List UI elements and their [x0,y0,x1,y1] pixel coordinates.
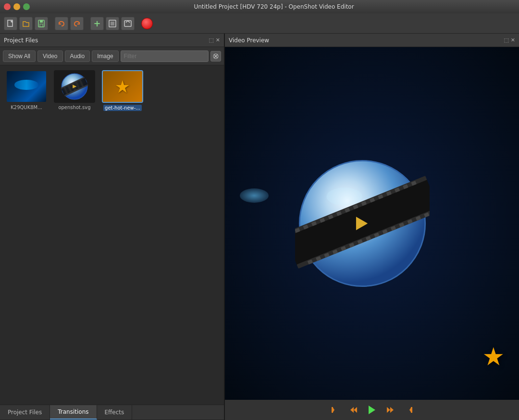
rewind-button[interactable] [347,403,360,417]
bottom-tabs: Project Files Transitions Effects [0,405,224,420]
video-preview-header: Video Preview ⬚ ✕ [225,34,519,47]
svg-rect-62 [411,407,412,413]
preview-logo-icon [295,156,430,291]
play-button[interactable] [365,403,379,417]
tab-effects[interactable]: Effects [97,405,133,420]
file-item-video[interactable]: K29QUK8M... [5,70,48,110]
right-panel: Video Preview ⬚ ✕ [225,34,519,420]
preview-ball [295,156,430,291]
filter-clear-button[interactable] [210,51,221,62]
svg-rect-2 [40,20,43,23]
panel-close-icon[interactable]: ✕ [216,37,220,43]
preview-glow [240,188,269,203]
file-thumb-video [6,70,47,103]
image-tab[interactable]: Image [92,50,118,62]
file-item-star[interactable]: ★ get-hot-new-... [101,70,144,111]
vp-pin-icon[interactable]: ⬚ [504,37,508,43]
file-name-svg: openshot.svg [58,105,90,110]
jump-end-button[interactable] [402,403,415,417]
maximize-button[interactable] [23,3,30,10]
show-all-tab[interactable]: Show All [3,50,36,62]
main-toolbar: + [0,13,519,34]
vp-close-icon[interactable]: ✕ [511,37,515,43]
main-area: Project Files ⬚ ✕ Show All Video Audio I… [0,34,519,420]
video-thumbnail [7,70,46,103]
file-name-star: get-hot-new-... [103,105,142,111]
tab-transitions[interactable]: Transitions [50,405,97,420]
import-button[interactable] [106,17,119,30]
minimize-button[interactable] [13,3,20,10]
file-thumb-svg [54,70,95,103]
svg-rect-5 [111,22,114,25]
export-button[interactable] [121,17,135,30]
video-tab[interactable]: Video [37,50,62,62]
panel-pin-icon[interactable]: ⬚ [209,37,213,43]
file-item-svg[interactable]: openshot.svg [53,70,96,110]
svg-rect-3 [40,24,43,27]
svg-marker-59 [387,407,390,413]
tab-project-files[interactable]: Project Files [0,405,50,420]
jump-start-button[interactable] [329,403,342,417]
openshot-logo-icon [59,71,90,102]
fast-forward-button[interactable] [383,403,397,417]
svg-rect-55 [332,407,333,413]
svg-marker-60 [390,407,394,413]
svg-marker-58 [369,406,375,414]
star-thumbnail: ★ [103,70,142,103]
preview-canvas: ★ [225,47,519,400]
save-button[interactable] [35,17,48,30]
redo-button[interactable] [70,17,84,30]
svg-marker-57 [354,407,357,413]
new-button[interactable] [4,17,17,30]
playback-controls [225,400,519,420]
add-media-button[interactable]: + [90,17,104,30]
project-files-content: K29QUK8M... [0,65,224,405]
file-name-video: K29QUK8M... [11,105,42,110]
window-title: Untitled Project [HDV 720 24p] - OpenSho… [33,3,515,10]
close-button[interactable] [4,3,11,10]
vp-panel-controls: ⬚ ✕ [504,37,515,43]
svg-point-53 [326,187,362,205]
svg-marker-56 [350,407,354,413]
audio-tab[interactable]: Audio [65,50,90,62]
project-files-header: Project Files ⬚ ✕ [0,34,224,47]
project-files-title: Project Files [4,37,38,44]
record-button[interactable] [141,18,153,29]
panel-controls: ⬚ ✕ [209,37,220,43]
filter-input[interactable] [121,50,209,62]
svg-rect-6 [124,21,131,26]
titlebar: Untitled Project [HDV 720 24p] - OpenSho… [0,0,519,13]
project-files-toolbar: Show All Video Audio Image [0,47,224,65]
left-panel: Project Files ⬚ ✕ Show All Video Audio I… [0,34,225,420]
undo-button[interactable] [55,17,68,30]
video-preview-area[interactable]: ★ [225,47,519,400]
preview-scene: ★ [225,47,519,400]
open-button[interactable] [19,17,33,30]
video-preview-title: Video Preview [229,37,269,44]
file-thumb-star: ★ [102,70,143,103]
preview-star-icon: ★ [482,342,505,371]
